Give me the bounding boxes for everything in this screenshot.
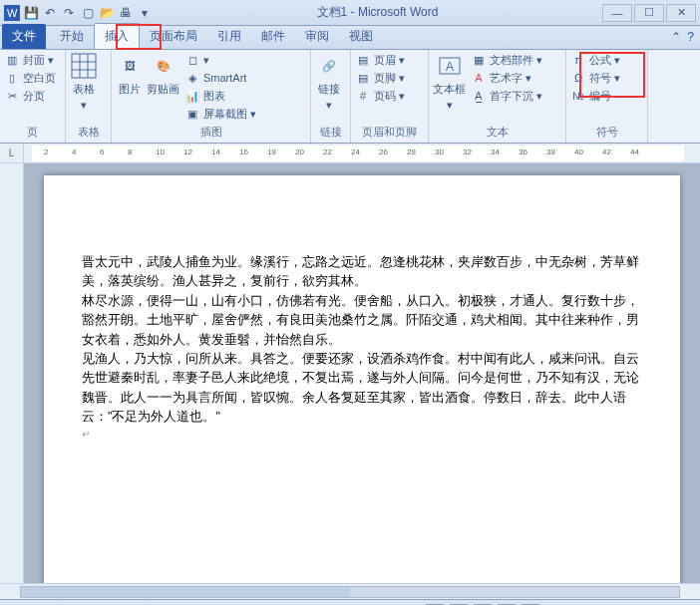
picture-button[interactable]: 🖼图片 — [116, 52, 144, 97]
tab-references[interactable]: 引用 — [207, 24, 251, 49]
ruler-tick: 10 — [156, 148, 165, 156]
undo-icon[interactable]: ↶ — [42, 5, 58, 21]
tab-view[interactable]: 视图 — [339, 24, 383, 49]
clipart-button[interactable]: 🎨剪贴画 — [147, 52, 179, 97]
group-links: 🔗链接▾ 链接 — [311, 50, 351, 143]
equation-button[interactable]: π公式 ▾ — [570, 52, 620, 68]
group-label-pages: 页 — [4, 124, 61, 141]
omega-icon: Ω — [570, 70, 586, 86]
parts-button[interactable]: ▦文档部件▾ — [471, 52, 542, 68]
ruler-corner: L — [0, 144, 24, 162]
dropcap-icon: A̲ — [471, 88, 487, 104]
textbox-button[interactable]: A文本框▾ — [433, 52, 466, 112]
chart-button[interactable]: 📊图表 — [184, 88, 256, 104]
ruler-tick: 2 — [44, 148, 48, 156]
cursor-mark: ↵ — [82, 427, 642, 443]
group-label-hf: 页眉和页脚 — [355, 124, 424, 141]
ruler-tick: 8 — [128, 148, 132, 156]
group-header-footer: ▤页眉 ▾ ▤页脚 ▾ #页码 ▾ 页眉和页脚 — [351, 50, 429, 143]
group-illustrations: 🖼图片 🎨剪贴画 ◻▾ ◈SmartArt 📊图表 ▣屏幕截图▾ 插图 — [112, 50, 311, 143]
print-icon[interactable]: 🖶 — [118, 5, 134, 21]
textbox-icon: A — [436, 52, 464, 80]
shapes-icon: ◻ — [184, 52, 200, 68]
footer-icon: ▤ — [355, 70, 371, 86]
chart-icon: 📊 — [184, 88, 200, 104]
picture-icon: 🖼 — [116, 52, 144, 80]
ruler-row: L 24681012141618202224262830323436384042… — [0, 144, 700, 163]
group-pages: ▥封面 ▾ ▯空白页 ✂分页 页 — [0, 50, 66, 143]
ruler-tick: 12 — [183, 148, 192, 156]
horizontal-scrollbar[interactable] — [0, 583, 700, 599]
scroll-thumb[interactable] — [21, 587, 350, 597]
blank-page-button[interactable]: ▯空白页 — [4, 70, 56, 86]
word-icon: W — [4, 5, 20, 21]
open-icon[interactable]: 📂 — [99, 5, 115, 21]
ruler-tick: 30 — [435, 148, 444, 156]
close-button[interactable]: ✕ — [666, 4, 696, 22]
ribbon: ▥封面 ▾ ▯空白页 ✂分页 页 表格▾ 表格 🖼图片 🎨剪贴画 ◻▾ ◈Sma… — [0, 50, 700, 144]
new-icon[interactable]: ▢ — [80, 5, 96, 21]
document-area: 晋太元中，武陵人捕鱼为业。缘溪行，忘路之远近。忽逢桃花林，夹岸数百步，中无杂树，… — [0, 163, 700, 583]
tab-file[interactable]: 文件 — [2, 24, 46, 49]
svg-text:A: A — [446, 60, 454, 74]
quick-access-toolbar: W 💾 ↶ ↷ ▢ 📂 🖶 ▾ — [0, 5, 153, 21]
group-label-tables: 表格 — [70, 124, 107, 141]
ruler-tick: 18 — [267, 148, 276, 156]
tab-insert[interactable]: 插入 — [94, 23, 140, 49]
group-label-text: 文本 — [433, 124, 561, 141]
maximize-button[interactable]: ☐ — [634, 4, 664, 22]
help-area: ⌃ ? — [671, 30, 694, 44]
help-icon[interactable]: ? — [687, 30, 694, 44]
document-page[interactable]: 晋太元中，武陵人捕鱼为业。缘溪行，忘路之远近。忽逢桃花林，夹岸数百步，中无杂树，… — [44, 175, 680, 583]
cover-page-button[interactable]: ▥封面 ▾ — [4, 52, 56, 68]
footer-button[interactable]: ▤页脚 ▾ — [355, 70, 405, 86]
svg-rect-2 — [72, 54, 96, 78]
pagenum-button[interactable]: #页码 ▾ — [355, 88, 405, 104]
minimize-button[interactable]: — — [602, 4, 632, 22]
ruler-tick: 26 — [379, 148, 388, 156]
ruler-tick: 22 — [323, 148, 332, 156]
symbol-button[interactable]: Ω符号 ▾ — [570, 70, 620, 86]
qat-dropdown-icon[interactable]: ▾ — [137, 5, 153, 21]
save-icon[interactable]: 💾 — [23, 5, 39, 21]
vertical-ruler[interactable] — [0, 163, 24, 583]
table-button[interactable]: 表格▾ — [70, 52, 98, 112]
ruler-tick: 44 — [630, 148, 639, 156]
minimize-ribbon-icon[interactable]: ⌃ — [671, 30, 681, 44]
screenshot-button[interactable]: ▣屏幕截图▾ — [184, 106, 256, 122]
wordart-button[interactable]: A艺术字▾ — [471, 70, 542, 86]
redo-icon[interactable]: ↷ — [61, 5, 77, 21]
dropcap-button[interactable]: A̲首字下沉▾ — [471, 88, 542, 104]
number-button[interactable]: №编号 — [570, 88, 620, 104]
pi-icon: π — [570, 52, 586, 68]
smartart-button[interactable]: ◈SmartArt — [184, 70, 256, 86]
tab-home[interactable]: 开始 — [50, 24, 94, 49]
window-title: 文档1 - Microsoft Word — [153, 4, 602, 21]
ruler-tick: 28 — [407, 148, 416, 156]
group-label-links: 链接 — [315, 124, 346, 141]
shapes-button[interactable]: ◻▾ — [184, 52, 256, 68]
horizontal-ruler[interactable]: 2468101214161820222426283032343638404244 — [32, 146, 684, 161]
ruler-tick: 6 — [100, 148, 104, 156]
tab-review[interactable]: 审阅 — [295, 24, 339, 49]
group-label-illus: 插图 — [116, 124, 306, 141]
svg-text:W: W — [7, 7, 18, 19]
screenshot-icon: ▣ — [184, 106, 200, 122]
page-scroll[interactable]: 晋太元中，武陵人捕鱼为业。缘溪行，忘路之远近。忽逢桃花林，夹岸数百步，中无杂树，… — [24, 163, 700, 583]
scroll-track[interactable] — [20, 586, 680, 598]
window-buttons: — ☐ ✕ — [602, 4, 700, 22]
group-tables: 表格▾ 表格 — [66, 50, 112, 143]
group-label-symbols: 符号 — [570, 124, 643, 141]
pagenum-icon: # — [355, 88, 371, 104]
table-icon — [70, 52, 98, 80]
paragraph: 见渔人，乃大惊，问所从来。具答之。便要还家，设酒杀鸡作食。村中闻有此人，咸来问讯… — [82, 350, 642, 428]
paragraph: 林尽水源，便得一山，山有小口，仿佛若有光。便舍船，从口入。初极狭，才通人。复行数… — [82, 292, 642, 350]
blank-icon: ▯ — [4, 70, 20, 86]
header-button[interactable]: ▤页眉 ▾ — [355, 52, 405, 68]
page-break-button[interactable]: ✂分页 — [4, 88, 56, 104]
tab-mailings[interactable]: 邮件 — [251, 24, 295, 49]
status-bar: 页面: 1/1 字数: 311 ✔ 中文(中国) 100% − + — [0, 599, 700, 605]
break-icon: ✂ — [4, 88, 20, 104]
links-button[interactable]: 🔗链接▾ — [315, 52, 343, 112]
tab-pagelayout[interactable]: 页面布局 — [140, 24, 207, 49]
